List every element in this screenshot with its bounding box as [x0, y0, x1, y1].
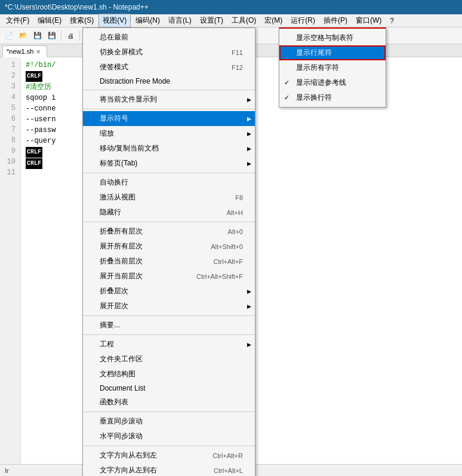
- highlight-border: [279, 45, 386, 60]
- menu-postit[interactable]: 便签模式 F12: [83, 60, 255, 75]
- menu-activate-view[interactable]: 激活从视图 F8: [83, 190, 255, 205]
- sep-7: [83, 411, 255, 412]
- menu-project[interactable]: 工程: [83, 337, 255, 352]
- menu-ltr[interactable]: 文字方向从左到右 Ctrl+Alt+L: [83, 463, 255, 476]
- menu-help[interactable]: ?: [386, 16, 398, 26]
- menu-tools[interactable]: 工具(O): [228, 14, 260, 27]
- sep-4: [83, 222, 255, 222]
- line-num-4: 4: [0, 92, 18, 103]
- sep-5: [83, 315, 255, 316]
- menu-doc-map[interactable]: 文档结构图: [83, 367, 255, 382]
- menu-settings[interactable]: 设置(T): [196, 14, 227, 27]
- line-num-1: 1: [0, 60, 18, 70]
- save-btn[interactable]: 💾: [31, 29, 44, 42]
- menu-distraction[interactable]: Distraction Free Mode: [83, 75, 255, 88]
- menu-fold-level[interactable]: 折叠层次: [83, 284, 255, 299]
- menu-sync-h[interactable]: 水平同步滚动: [83, 429, 255, 444]
- line-num-5: 5: [0, 103, 18, 113]
- checkmark-indent: ✓: [284, 79, 289, 87]
- line-num-2: 2: [0, 70, 18, 81]
- menu-fullscreen[interactable]: 切换全屏模式 F11: [83, 45, 255, 60]
- menu-func-list[interactable]: 函数列表: [83, 395, 255, 410]
- menu-word-wrap[interactable]: 自动换行: [83, 175, 255, 190]
- menu-search[interactable]: 搜索(S): [66, 14, 97, 27]
- menu-tabs[interactable]: 标签页(Tab): [83, 156, 255, 171]
- status-text: Ir: [5, 467, 9, 474]
- print-btn[interactable]: 🖨: [64, 29, 77, 42]
- menu-sync-v[interactable]: 垂直同步滚动: [83, 414, 255, 429]
- crlf-badge-9: CRLF: [26, 147, 42, 158]
- submenu-show-spaces[interactable]: 显示空格与制表符: [279, 30, 386, 45]
- menu-always-on-top[interactable]: 总在最前: [83, 30, 255, 45]
- menu-expand-current[interactable]: 展开当前层次 Ctrl+Alt+Shift+F: [83, 269, 255, 284]
- tab-close-btn[interactable]: ✕: [36, 48, 41, 55]
- sep1: [61, 30, 61, 41]
- menu-expand-all[interactable]: 展开所有层次 Alt+Shift+0: [83, 239, 255, 254]
- sep-8: [83, 446, 255, 446]
- menu-rtl[interactable]: 文字方向从右到左 Ctrl+Alt+R: [83, 448, 255, 463]
- menu-show-symbols[interactable]: 显示符号: [83, 111, 255, 126]
- submenu-show-all[interactable]: 显示所有字符: [279, 60, 386, 75]
- sep-1: [83, 90, 255, 90]
- sep2: [79, 30, 80, 41]
- line-num-8: 8: [0, 135, 18, 146]
- menu-plugins[interactable]: 插件(P): [320, 14, 351, 27]
- sep-2: [83, 109, 255, 109]
- menu-collapse-current[interactable]: 折叠当前层次 Ctrl+Alt+F: [83, 254, 255, 269]
- menu-macro[interactable]: 宏(M): [261, 14, 286, 27]
- tab-label: *new1.sh: [7, 48, 33, 55]
- submenu-show-newline[interactable]: ✓ 显示换行符: [279, 90, 386, 105]
- new-btn[interactable]: 📄: [2, 29, 16, 42]
- save-all-btn[interactable]: 💾: [45, 29, 58, 42]
- menu-folder-workspace[interactable]: 文件夹工作区: [83, 352, 255, 367]
- line-numbers: 1 2 3 4 5 6 7 8 9 10 11: [0, 57, 21, 464]
- crlf-badge-2: CRLF: [26, 71, 42, 82]
- menu-move-copy[interactable]: 移动/复制当前文档: [83, 141, 255, 156]
- menu-zoom[interactable]: 缩放: [83, 126, 255, 141]
- crlf-badge-10: CRLF: [26, 158, 42, 169]
- menu-doc-list[interactable]: Document List: [83, 382, 255, 395]
- symbols-submenu[interactable]: 显示空格与制表符 显示行尾符 显示所有字符 ✓ 显示缩进参考线 ✓ 显示换行符: [279, 27, 386, 108]
- line-num-6: 6: [0, 113, 18, 124]
- menu-hide-lines[interactable]: 隐藏行 Alt+H: [83, 205, 255, 220]
- menu-collapse-all[interactable]: 折叠所有层次 Alt+0: [83, 224, 255, 239]
- view-menu-popup[interactable]: 总在最前 切换全屏模式 F11 便签模式 F12 Distraction Fre…: [82, 27, 255, 476]
- menu-file[interactable]: 文件(F): [2, 14, 33, 27]
- menu-edit[interactable]: 编辑(E): [34, 14, 65, 27]
- menu-language[interactable]: 语言(L): [165, 14, 195, 27]
- submenu-show-eol[interactable]: 显示行尾符: [279, 45, 386, 60]
- menu-view[interactable]: 视图(V): [98, 14, 131, 27]
- line-num-11: 11: [0, 167, 18, 178]
- title-text: *C:\Users\root\Desktop\new1.sh - Notepad…: [5, 3, 149, 11]
- line-num-10: 10: [0, 156, 18, 167]
- submenu-show-indent[interactable]: ✓ 显示缩进参考线: [279, 75, 386, 90]
- menu-window[interactable]: 窗口(W): [352, 14, 385, 27]
- line-num-7: 7: [0, 124, 18, 135]
- checkmark-newline: ✓: [284, 94, 289, 102]
- menu-bar: 文件(F) 编辑(E) 搜索(S) 视图(V) 编码(N) 语言(L) 设置(T…: [0, 14, 462, 27]
- menu-summary[interactable]: 摘要...: [83, 318, 255, 333]
- menu-encode[interactable]: 编码(N): [132, 14, 164, 27]
- menu-unfold-level[interactable]: 展开层次: [83, 299, 255, 314]
- sep-3: [83, 173, 255, 173]
- menu-run[interactable]: 运行(R): [287, 14, 319, 27]
- tab-new1-sh[interactable]: *new1.sh ✕: [2, 45, 47, 57]
- sep-6: [83, 334, 255, 335]
- open-btn[interactable]: 📂: [17, 29, 30, 42]
- menu-show-current[interactable]: 将当前文件显示到: [83, 92, 255, 107]
- title-bar: *C:\Users\root\Desktop\new1.sh - Notepad…: [0, 0, 462, 14]
- line-num-3: 3: [0, 81, 18, 92]
- line-num-9: 9: [0, 146, 18, 156]
